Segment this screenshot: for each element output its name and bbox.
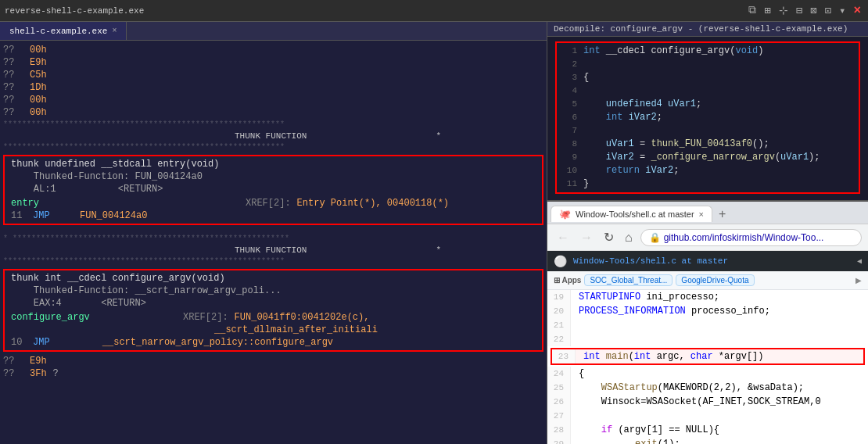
configure-sig-line: thunk int __cdecl configure_argv(void) bbox=[8, 272, 539, 285]
extensions-bar: ⊞ Apps SOC_Global_Threat... GoogleDrive-… bbox=[547, 271, 868, 290]
cv-line-19: 19 STARTUPINFO ini_processo; bbox=[547, 290, 868, 304]
return-line: AL:1 <RETURN> bbox=[8, 183, 539, 195]
code-line-3: 3 { bbox=[558, 71, 857, 84]
thunked-func-line: Thunked-Function: FUN_004124a0 bbox=[8, 170, 539, 183]
asm-line: ?? 00h bbox=[0, 94, 547, 106]
window-title: reverse-shell-c-example.exe bbox=[5, 6, 741, 16]
asm-line: ?? C5h bbox=[0, 69, 547, 81]
decompile-panel: Decompile: configure_argv - (reverse-she… bbox=[547, 22, 868, 202]
asm-line: ?? 00h bbox=[0, 44, 547, 56]
configure-argv-box: thunk int __cdecl configure_argv(void) T… bbox=[3, 269, 543, 352]
cv-line-23: 23 int main(int argc, char *argv[]) bbox=[552, 349, 863, 363]
code-line-6: 6 int iVar2; bbox=[558, 111, 857, 124]
soc-extension[interactable]: SOC_Global_Threat... bbox=[584, 274, 673, 286]
configure-return-line: EAX:4 <RETURN> bbox=[8, 297, 539, 310]
separator-3: * **************************************… bbox=[0, 233, 547, 245]
jmp-line-1: 11 JMP FUN_004124a0 bbox=[8, 209, 539, 222]
github-header: ⚪ Window-Tools/shell.c at master ◀ bbox=[547, 251, 868, 271]
tab-label: shell-c-example.exe bbox=[9, 27, 107, 36]
icon-copy[interactable]: ⧉ bbox=[746, 3, 759, 19]
icon-nav[interactable]: ⊞ bbox=[762, 3, 773, 19]
icon-toolbar2[interactable]: ⊠ bbox=[808, 3, 819, 19]
code-line-5: 5 undefined4 uVar1; bbox=[558, 98, 857, 111]
github-favicon: 🐙 bbox=[559, 209, 571, 220]
separator-2: ****************************************… bbox=[0, 141, 547, 153]
code-line-4: 4 bbox=[558, 84, 857, 98]
new-tab-button[interactable]: + bbox=[714, 207, 730, 221]
close-button[interactable]: × bbox=[851, 3, 863, 19]
cursor-icon[interactable]: ⊹ bbox=[777, 3, 791, 19]
more-icon: ▶ bbox=[855, 276, 862, 285]
separator-4: ****************************************… bbox=[0, 256, 547, 267]
code-line-10: 10 return iVar2; bbox=[558, 164, 857, 177]
decompile-title-text: Decompile: configure_argv - (reverse-she… bbox=[554, 24, 848, 34]
hex-lines-top: ?? 00h ?? E9h ?? C5h ?? 1Dh ?? 00h bbox=[0, 44, 547, 119]
top-bar: reverse-shell-c-example.exe ⧉ ⊞ ⊹ ⊟ ⊠ ⊡ … bbox=[0, 0, 868, 22]
thunk-header-1: THUNK FUNCTION * bbox=[0, 131, 547, 141]
cv-line-20: 20 PROCESS_INFORMATION processo_info; bbox=[547, 304, 868, 318]
decompile-title: Decompile: configure_argv - (reverse-she… bbox=[547, 22, 868, 37]
tab-bar: shell-c-example.exe × bbox=[0, 22, 547, 41]
github-breadcrumb: Window-Tools/shell.c at master bbox=[573, 256, 728, 266]
configure-thunk-line: Thunked-Function: __scrt_narrow_argv_pol… bbox=[8, 285, 539, 297]
entry-label-line: entry XREF[2]: Entry Point(*), 00400118(… bbox=[8, 197, 539, 209]
code-line-1: 1 int __cdecl configure_argv(void) bbox=[558, 45, 857, 58]
configure-label-line: configure_argv XREF[2]: FUN_0041ff0:0041… bbox=[8, 311, 539, 324]
browser-tab-close[interactable]: × bbox=[699, 209, 704, 219]
code-line-8: 8 uVar1 = thunk_FUN_00413af0(); bbox=[558, 138, 857, 151]
url-bar[interactable]: 🔒 github.com/infoskirmish/Window-Too... bbox=[640, 229, 862, 246]
tab-close-icon[interactable]: × bbox=[112, 27, 117, 35]
lock-icon: 🔒 bbox=[649, 232, 661, 243]
icon-dropdown[interactable]: ▾ bbox=[837, 3, 848, 19]
icon-toolbar1[interactable]: ⊟ bbox=[794, 3, 805, 19]
cv-line-28: 28 if (argv[1] == NULL){ bbox=[547, 423, 868, 437]
cv-line-26: 26 Winsock=WSASocket(AF_INET,SOCK_STREAM… bbox=[547, 395, 868, 409]
code-line-9: 9 iVar2 = _configure_narrow_argv(uVar1); bbox=[558, 151, 857, 164]
icon-cam[interactable]: ⊡ bbox=[823, 3, 834, 19]
refresh-button[interactable]: ↻ bbox=[601, 228, 617, 246]
asm-line: ?? E9h bbox=[0, 56, 547, 69]
forward-button[interactable]: → bbox=[577, 229, 596, 246]
left-panel: shell-c-example.exe × ?? 00h ?? E9h ?? C… bbox=[0, 22, 547, 444]
configure-xref2-line: __scrt_dllmain_after_initiali bbox=[8, 324, 539, 336]
main-layout: shell-c-example.exe × ?? 00h ?? E9h ?? C… bbox=[0, 22, 868, 444]
browser-panel: 🐙 Window-Tools/shell.c at master × + ← →… bbox=[547, 202, 868, 444]
truncation-indicator: ◀ bbox=[857, 256, 862, 266]
browser-tab-label: Window-Tools/shell.c at master bbox=[576, 209, 694, 219]
jmp-line-2: 10 JMP __scrt_narrow_argv_policy::config… bbox=[8, 336, 539, 349]
func-sig-line: thunk undefined __stdcall entry(void) bbox=[8, 158, 539, 170]
code-line-11: 11 } bbox=[558, 177, 857, 191]
asm-line-e9: ?? E9h bbox=[0, 355, 547, 367]
thunk-header-2: THUNK FUNCTION * bbox=[0, 245, 547, 256]
main-function-highlight-box: 23 int main(int argc, char *argv[]) bbox=[551, 348, 865, 365]
cv-line-24: 24 { bbox=[547, 367, 868, 381]
browser-tab[interactable]: 🐙 Window-Tools/shell.c at master × bbox=[551, 206, 712, 222]
right-panel: Decompile: configure_argv - (reverse-she… bbox=[547, 22, 868, 444]
home-button[interactable]: ⌂ bbox=[622, 229, 636, 246]
browser-tab-bar: 🐙 Window-Tools/shell.c at master × + bbox=[547, 202, 868, 224]
asm-line: ?? 1Dh bbox=[0, 81, 547, 94]
asm-line: ?? 00h bbox=[0, 106, 547, 119]
separator-1: ****************************************… bbox=[0, 119, 547, 131]
url-text: github.com/infoskirmish/Window-Too... bbox=[664, 232, 824, 243]
cv-line-21: 21 bbox=[547, 318, 868, 332]
spacer-1 bbox=[0, 227, 547, 233]
cv-line-29: 29 exit(1); bbox=[547, 437, 868, 444]
browser-toolbar: ← → ↻ ⌂ 🔒 github.com/infoskirmish/Window… bbox=[547, 224, 868, 252]
hex-lines-bottom: ?? E9h ?? 3Fh ? bbox=[0, 355, 547, 380]
decompile-content[interactable]: 1 int __cdecl configure_argv(void) 2 3 {… bbox=[547, 37, 868, 200]
code-line-7: 7 bbox=[558, 124, 857, 138]
code-view: 19 STARTUPINFO ini_processo; 20 PROCESS_… bbox=[547, 290, 868, 444]
github-logo-icon: ⚪ bbox=[554, 255, 567, 268]
window-controls: ⧉ ⊞ ⊹ ⊟ ⊠ ⊡ ▾ × bbox=[746, 3, 863, 19]
back-button[interactable]: ← bbox=[554, 229, 572, 246]
disasm-content[interactable]: ?? 00h ?? E9h ?? C5h ?? 1Dh ?? 00h bbox=[0, 41, 547, 444]
cv-line-27: 27 bbox=[547, 409, 868, 423]
tab-disasm[interactable]: shell-c-example.exe × bbox=[0, 22, 127, 40]
decompile-code-box: 1 int __cdecl configure_argv(void) 2 3 {… bbox=[555, 41, 860, 194]
entry-function-box: thunk undefined __stdcall entry(void) Th… bbox=[3, 155, 543, 225]
cv-line-22: 22 bbox=[547, 332, 868, 346]
gdrive-extension[interactable]: GoogleDrive-Quota bbox=[676, 274, 754, 286]
asm-line-3f: ?? 3Fh ? bbox=[0, 367, 547, 380]
github-repo-link[interactable]: Window-Tools/shell.c at master bbox=[573, 256, 728, 266]
